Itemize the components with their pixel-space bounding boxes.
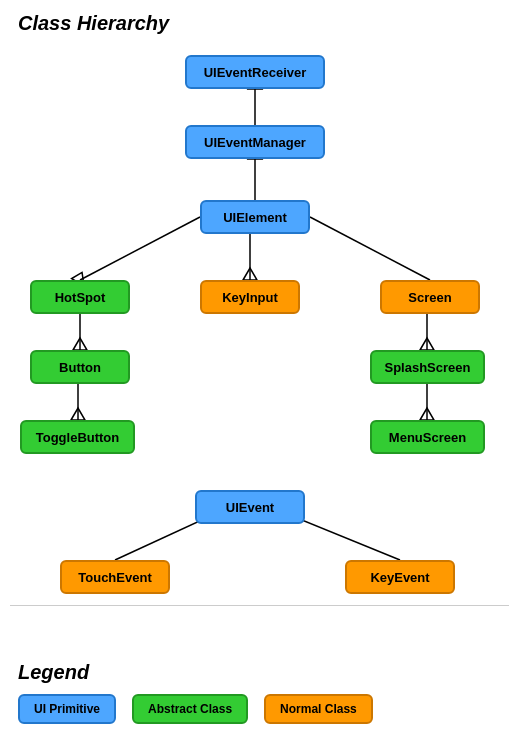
- page-title: Class Hierarchy: [0, 0, 519, 35]
- legend-title: Legend: [18, 661, 501, 684]
- legend-normal-class: Normal Class: [264, 694, 373, 724]
- svg-marker-10: [73, 338, 87, 350]
- legend-section: Legend UI Primitive Abstract Class Norma…: [0, 653, 519, 736]
- node-togglebutton: ToggleButton: [20, 420, 135, 454]
- node-uielement: UIElement: [200, 200, 310, 234]
- svg-marker-7: [243, 268, 257, 280]
- svg-marker-12: [71, 408, 85, 420]
- node-keyinput: KeyInput: [200, 280, 300, 314]
- node-splashscreen: SplashScreen: [370, 350, 485, 384]
- svg-marker-16: [420, 408, 434, 420]
- node-hotspot: HotSpot: [30, 280, 130, 314]
- legend-items: UI Primitive Abstract Class Normal Class: [18, 694, 501, 724]
- node-menuscreen: MenuScreen: [370, 420, 485, 454]
- svg-line-4: [80, 217, 200, 280]
- diagram-area: UIEventReceiver UIEventManager UIElement…: [0, 35, 519, 605]
- node-keyevent: KeyEvent: [345, 560, 455, 594]
- node-uieventmanager: UIEventManager: [185, 125, 325, 159]
- legend-ui-primitive: UI Primitive: [18, 694, 116, 724]
- legend-abstract-class: Abstract Class: [132, 694, 248, 724]
- node-uieventreceiver: UIEventReceiver: [185, 55, 325, 89]
- node-screen: Screen: [380, 280, 480, 314]
- divider: [10, 605, 509, 606]
- svg-marker-14: [420, 338, 434, 350]
- svg-line-8: [310, 217, 430, 280]
- node-uievent: UIEvent: [195, 490, 305, 524]
- node-touchevent: TouchEvent: [60, 560, 170, 594]
- node-button: Button: [30, 350, 130, 384]
